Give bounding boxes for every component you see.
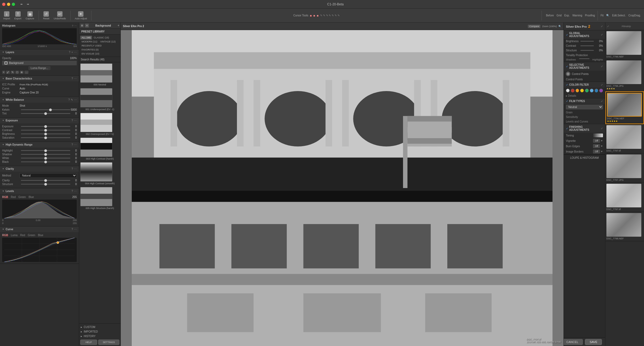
auto-adjust-button[interactable]: ✦ Auto Adjust	[75, 11, 87, 20]
filmstrip-item-3[interactable]: DSC_7797.tif	[605, 124, 644, 153]
add-control-point-btn[interactable]: ⊕	[566, 72, 570, 76]
levels-tab-rgb[interactable]: RGB	[2, 196, 8, 199]
tint-slider[interactable]	[21, 113, 70, 114]
kelvin-slider[interactable]	[21, 109, 70, 110]
settings-button[interactable]: SETTINGS	[98, 340, 119, 345]
before-label[interactable]: Before	[546, 14, 554, 17]
clarity-method-select[interactable]: Natural	[20, 173, 77, 178]
highlight-slider[interactable]	[21, 150, 70, 151]
cf-dot-cyan[interactable]	[590, 89, 594, 92]
white-slider[interactable]	[21, 158, 70, 158]
preset-tab-modern[interactable]: MODERN (11)	[80, 40, 99, 44]
exposure-header[interactable]: ▼ Exposure ? ⋯	[0, 118, 79, 123]
zoom-controls[interactable]: 🔍	[558, 25, 561, 28]
filmstrip-item-5[interactable]: DSC_7797.tif	[605, 183, 644, 212]
imported-preset-row[interactable]: ▸ IMPORTED	[80, 329, 119, 334]
maximize-button[interactable]	[12, 3, 15, 6]
global-adj-header[interactable]: ✓ GLOBAL ADJUSTMENTS ⤢	[564, 30, 605, 39]
preset-bg-tab[interactable]: Background	[90, 24, 116, 27]
black-slider[interactable]	[21, 161, 70, 162]
curve-tab-luma[interactable]: Luma	[11, 234, 17, 237]
shadows-tonality-slider[interactable]	[579, 58, 590, 59]
shadow-slider[interactable]	[21, 154, 70, 155]
finishing-adj-expand[interactable]: ⤢	[601, 127, 603, 130]
film-type-select[interactable]: Neutral Agfa APX 100 Agfa APX 400 Kodak …	[566, 105, 603, 109]
exposure-slider[interactable]	[21, 126, 70, 127]
saturation-slider[interactable]	[21, 137, 70, 138]
exp-label[interactable]: Exp.	[564, 14, 570, 17]
film-types-header[interactable]: ✓ FILM TYPES ⤢	[564, 98, 605, 104]
hdr-header[interactable]: ▼ High Dynamic Range ? ⋯	[0, 142, 79, 147]
selective-adj-header[interactable]: ✓ SELECTIVE ADJUSTMENTS ⤢	[564, 62, 605, 71]
cf-dot-blue[interactable]	[595, 89, 598, 92]
preset-item-high-contrast-harsh[interactable]: 003 High Contrast (harsh)	[80, 138, 119, 160]
vignette-off-btn[interactable]: Off	[593, 139, 600, 143]
image-borders-off-btn[interactable]: Off	[593, 150, 600, 153]
layers-question-icon[interactable]: ?	[69, 51, 71, 54]
levels-header[interactable]: ▼ Levels ? ⋯	[0, 188, 79, 194]
efex-brightness-slider[interactable]	[580, 41, 594, 42]
preset-tab-classic[interactable]: CLASSIC (15)	[92, 36, 110, 39]
efex-structure-slider[interactable]	[580, 50, 594, 51]
preset-item-underexposed[interactable]: 001 Underexposed (EV -1)	[80, 88, 119, 111]
filmstrip-item-4[interactable]: DSC_7797.JPG	[605, 153, 644, 183]
preset-item-neutral[interactable]: 000 Neutral	[80, 63, 119, 86]
reset-button[interactable]: ↺ Reset	[43, 11, 50, 20]
cf-dot-yellow[interactable]	[580, 89, 584, 92]
filmstrip-item-1[interactable]: DSC_7796.JPG ★★★★	[605, 59, 644, 91]
base-char-header[interactable]: ▼ Base Characteristics ? ⋯	[0, 76, 79, 81]
fit-label[interactable]: Fit	[601, 14, 603, 17]
cf-dot-green[interactable]	[585, 89, 589, 92]
layers-header[interactable]: ▼ Layers ? + ⋯	[0, 49, 79, 55]
selective-adj-expand[interactable]: ⤢	[601, 65, 603, 68]
film-types-expand[interactable]: ⤢	[601, 100, 603, 103]
import-button[interactable]: ⤓ Import	[3, 11, 10, 20]
color-filter-expand[interactable]: ⤢	[601, 84, 603, 86]
efex-expand-icon[interactable]: ⤢	[601, 25, 603, 28]
finishing-adj-header[interactable]: ✓ FINISHING ADJUSTMENTS ⤢	[564, 124, 605, 133]
clarity-header[interactable]: ▼ Clarity ? ⋯	[0, 166, 79, 172]
help-button[interactable]: HELP	[80, 340, 97, 345]
proofing-label[interactable]: Proofing	[585, 14, 595, 17]
clarity-structure-slider[interactable]	[21, 184, 70, 185]
preset-tab-vintage[interactable]: VINTAGE (12)	[99, 40, 117, 44]
levels-tab-blue[interactable]: Blue	[28, 196, 34, 199]
minimize-button[interactable]	[7, 3, 10, 6]
image-borders-dropdown-icon[interactable]: ▼	[601, 150, 603, 153]
contrast-slider[interactable]	[21, 130, 70, 131]
levels-tab-green[interactable]: Green	[19, 196, 26, 199]
custom-preset-row[interactable]: ▸ CUSTOM	[80, 325, 119, 329]
cf-dot-orange[interactable]	[576, 89, 579, 92]
preset-view-list-icon[interactable]: ≡	[85, 24, 89, 27]
close-button[interactable]	[2, 3, 5, 6]
levels-tab-red[interactable]: Red	[11, 196, 16, 199]
curve-tab-blue[interactable]: Blue	[38, 234, 43, 237]
color-filter-header[interactable]: ✓ COLOR FILTER ⤢	[564, 82, 605, 88]
curve-tab-rgb[interactable]: RGB	[2, 234, 8, 237]
brightness-slider[interactable]	[21, 134, 70, 134]
efex-contrast-slider[interactable]	[580, 45, 594, 46]
grid-label[interactable]: Grid	[557, 14, 562, 17]
preset-item-high-contrast-smooth[interactable]: 004 High Contrast (smooth)	[80, 162, 119, 185]
preset-tab-envogue[interactable]: EN VOGUE (10)	[80, 52, 101, 56]
preset-tab-all[interactable]: ALL (48)	[80, 36, 92, 39]
history-preset-row[interactable]: ▸ HISTORY	[80, 334, 119, 338]
preset-item-overexposed[interactable]: 002 Overexposed (EV +1)	[80, 113, 119, 135]
cf-dot-red[interactable]	[571, 89, 575, 92]
cancel-button[interactable]: CANCEL	[564, 339, 583, 345]
wb-header[interactable]: ▼ White Balance ? ✎ ⋯	[0, 97, 79, 103]
save-button[interactable]: SAVE	[585, 339, 602, 345]
preset-item-high-structure[interactable]: 005 High Structure (harsh)	[80, 187, 119, 210]
burn-edges-dropdown-icon[interactable]: ▼	[601, 145, 603, 147]
filmstrip-item-0[interactable]: DSC_7796.NEF	[605, 30, 644, 59]
edit-select-label[interactable]: Edit.Select.	[612, 14, 626, 17]
layers-add-icon[interactable]: +	[71, 51, 73, 54]
compare-btn[interactable]: Compare	[528, 25, 540, 28]
export-button[interactable]: ⤒ Export	[14, 11, 21, 20]
preset-view-grid-icon[interactable]: ⊞	[80, 24, 84, 27]
preset-tab-recent[interactable]: RECENTLY USED	[80, 44, 103, 48]
cf-dot-neutral[interactable]	[566, 89, 570, 92]
layers-settings-icon[interactable]: ⋯	[74, 51, 77, 54]
undo-redo-button[interactable]: ↩ Undo/Redo	[54, 11, 66, 20]
filmstrip-item-6[interactable]: DSC_7798.NEF	[605, 212, 644, 241]
